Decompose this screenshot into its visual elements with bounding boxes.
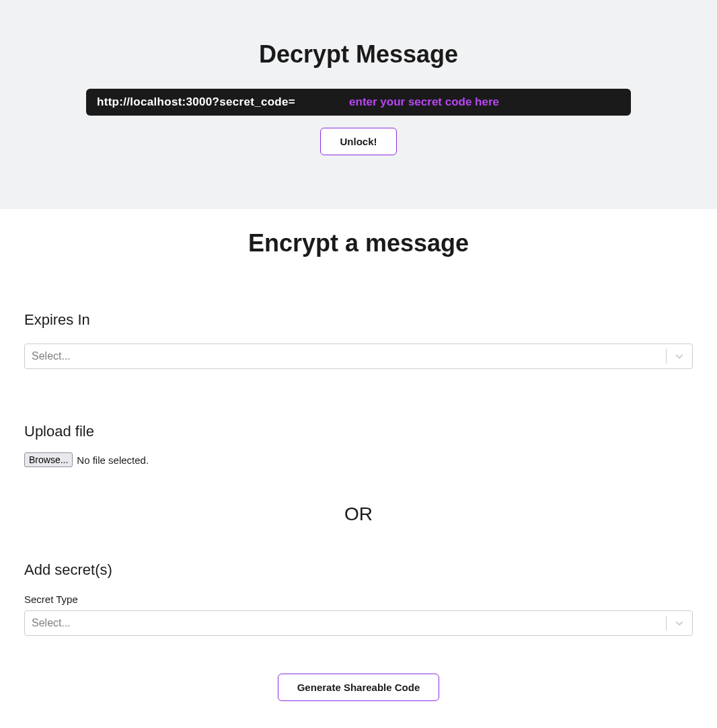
or-divider: OR [24, 503, 693, 525]
add-secrets-label: Add secret(s) [24, 561, 693, 579]
secret-type-select[interactable]: Select... [24, 610, 693, 636]
generate-button-wrap: Generate Shareable Code [24, 674, 693, 701]
file-input-row: Browse... No file selected. [24, 452, 693, 467]
select-indicator [666, 349, 685, 364]
unlock-button[interactable]: Unlock! [320, 128, 396, 155]
url-prefix: http://localhost:3000?secret_code= [97, 95, 295, 109]
encrypt-title: Encrypt a message [24, 229, 693, 257]
chevron-down-icon [673, 617, 685, 629]
select-indicator [666, 616, 685, 631]
browse-button[interactable]: Browse... [24, 452, 73, 467]
chevron-down-icon [673, 350, 685, 362]
encrypt-section: Encrypt a message Expires In Select... U… [0, 209, 717, 728]
upload-file-label: Upload file [24, 423, 693, 440]
expires-in-placeholder: Select... [32, 350, 666, 362]
secret-type-label: Secret Type [24, 594, 693, 605]
decrypt-title: Decrypt Message [0, 40, 717, 69]
secret-code-url-bar: http://localhost:3000?secret_code= [86, 89, 631, 116]
upload-file-section: Upload file Browse... No file selected. [24, 423, 693, 467]
expires-in-label: Expires In [24, 311, 693, 329]
secret-code-input[interactable] [349, 95, 620, 109]
no-file-selected-text: No file selected. [77, 454, 149, 466]
decrypt-section: Decrypt Message http://localhost:3000?se… [0, 0, 717, 209]
expires-in-select[interactable]: Select... [24, 343, 693, 369]
generate-shareable-code-button[interactable]: Generate Shareable Code [278, 674, 440, 701]
secret-type-placeholder: Select... [32, 617, 666, 629]
